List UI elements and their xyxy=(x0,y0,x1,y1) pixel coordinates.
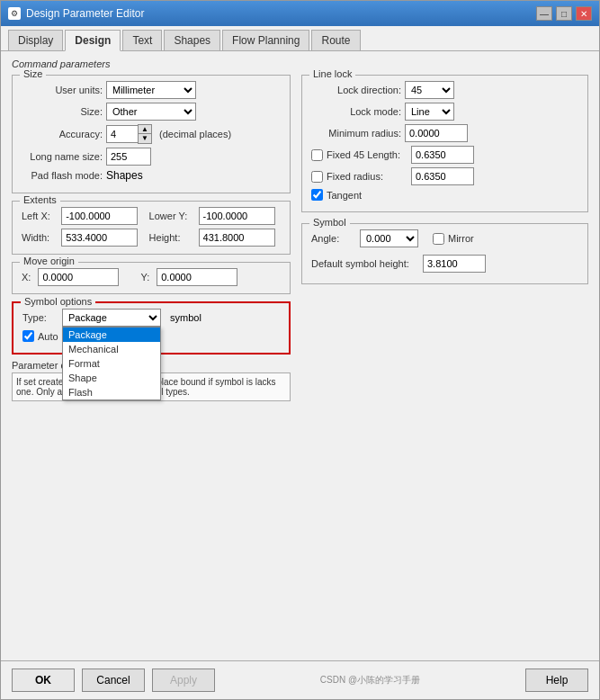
watermark: CSDN @小陈的学习手册 xyxy=(320,674,420,687)
height-label: Height: xyxy=(149,232,193,243)
min-radius-input[interactable] xyxy=(405,124,468,142)
fixed45-label: Fixed 45 Length: xyxy=(327,149,407,160)
main-window: ⚙ Design Parameter Editor — □ ✕ Display … xyxy=(0,0,600,700)
angle-select[interactable]: 0.000 xyxy=(360,229,418,247)
fixed-radius-label: Fixed radius: xyxy=(327,171,407,182)
mirror-checkbox[interactable] xyxy=(433,233,444,245)
lower-y-input[interactable] xyxy=(199,207,275,225)
main-layout: Size User units: Millimeter Size: Other xyxy=(12,75,588,401)
height-input[interactable] xyxy=(199,229,275,247)
accuracy-spin-buttons: ▲ ▼ xyxy=(138,124,152,144)
default-height-row: Default symbol height: xyxy=(311,255,578,273)
size-group-title: Size xyxy=(20,68,46,79)
lock-mode-select[interactable]: Line xyxy=(405,103,454,121)
footer: OK Cancel Apply CSDN @小陈的学习手册 Help xyxy=(1,660,599,699)
fixed45-checkbox[interactable] xyxy=(311,149,323,161)
lock-dir-row: Lock direction: 45 xyxy=(311,81,578,99)
title-controls: — □ ✕ xyxy=(536,6,592,21)
dropdown-item-shape[interactable]: Shape xyxy=(63,371,160,385)
accuracy-row: Accuracy: ▲ ▼ (decimal places) xyxy=(22,124,281,144)
pad-flash-value: Shapes xyxy=(106,169,143,182)
symbol-options-area: Symbol options Type: Shape Package Mecha… xyxy=(12,301,291,401)
line-lock-group: Line lock Lock direction: 45 Lock mode: … xyxy=(301,75,588,212)
auto-checkbox[interactable] xyxy=(22,330,34,342)
accuracy-down-button[interactable]: ▼ xyxy=(139,134,151,143)
tab-design[interactable]: Design xyxy=(65,30,121,51)
type-dropdown-container: Shape Package Mechanical Format Flash Pa… xyxy=(62,309,161,327)
accuracy-spinbox: ▲ ▼ xyxy=(106,124,152,144)
app-icon: ⚙ xyxy=(8,7,21,20)
default-height-label: Default symbol height: xyxy=(311,258,419,269)
y-label: Y: xyxy=(140,272,149,283)
fixed-radius-input[interactable] xyxy=(411,167,474,185)
y-input[interactable] xyxy=(157,268,237,286)
fixed45-input[interactable] xyxy=(411,146,474,164)
apply-button[interactable]: Apply xyxy=(152,669,215,692)
accuracy-input[interactable] xyxy=(106,125,138,143)
size-row: Size: Other xyxy=(22,103,281,121)
tab-display[interactable]: Display xyxy=(8,30,63,50)
footer-buttons-left: OK Cancel Apply xyxy=(12,669,215,692)
fixed-radius-row: Fixed radius: xyxy=(311,167,578,185)
user-units-label: User units: xyxy=(22,85,103,95)
tab-route[interactable]: Route xyxy=(311,30,360,50)
move-origin-row: X: Y: xyxy=(22,268,281,286)
dropdown-item-package[interactable]: Package xyxy=(63,328,160,342)
fixed-radius-checkbox[interactable] xyxy=(311,171,323,183)
tab-shapes[interactable]: Shapes xyxy=(164,30,220,50)
min-radius-label: Minimum radius: xyxy=(311,128,401,139)
close-button[interactable]: ✕ xyxy=(576,6,592,21)
user-units-select[interactable]: Millimeter xyxy=(106,81,196,99)
dropdown-item-mechanical[interactable]: Mechanical xyxy=(63,342,160,356)
min-radius-row: Minimum radius: xyxy=(311,124,578,142)
long-name-label: Long name size: xyxy=(22,151,103,162)
tab-flow-planning[interactable]: Flow Planning xyxy=(222,30,309,50)
title-bar: ⚙ Design Parameter Editor — □ ✕ xyxy=(1,1,599,26)
fixed45-row: Fixed 45 Length: xyxy=(311,146,578,164)
extents-grid: Left X: Lower Y: Width: Height: xyxy=(22,207,281,247)
size-group: Size User units: Millimeter Size: Other xyxy=(12,75,291,193)
dropdown-item-format[interactable]: Format xyxy=(63,356,160,371)
auto-label: Auto xyxy=(38,331,58,342)
tab-bar: Display Design Text Shapes Flow Planning… xyxy=(1,26,599,51)
pad-flash-label: Pad flash mode: xyxy=(22,170,103,181)
x-input[interactable] xyxy=(38,268,119,286)
symbol-label: symbol xyxy=(170,312,201,323)
symbol-group: Symbol Angle: 0.000 Mirror Default symbo… xyxy=(301,223,588,284)
ok-button[interactable]: OK xyxy=(12,669,75,692)
cancel-button[interactable]: Cancel xyxy=(82,669,145,692)
tab-text[interactable]: Text xyxy=(122,30,162,50)
symbol-options-title: Symbol options xyxy=(21,296,95,307)
extents-group-title: Extents xyxy=(20,194,60,205)
lock-dir-select[interactable]: 45 xyxy=(405,81,454,99)
move-origin-title: Move origin xyxy=(20,256,78,266)
size-label: Size: xyxy=(22,106,103,117)
left-x-input[interactable] xyxy=(61,207,138,225)
type-select[interactable]: Shape Package Mechanical Format Flash xyxy=(62,309,161,327)
minimize-button[interactable]: — xyxy=(536,6,552,21)
type-dropdown-open: Package Mechanical Format Shape Flash xyxy=(62,327,161,400)
help-button[interactable]: Help xyxy=(525,669,588,692)
width-input[interactable] xyxy=(61,229,138,247)
user-units-row: User units: Millimeter xyxy=(22,81,281,99)
content-area: Command parameters Size User units: Mill… xyxy=(1,51,599,660)
symbol-group-title: Symbol xyxy=(309,217,350,228)
lock-mode-row: Lock mode: Line xyxy=(311,103,578,121)
angle-row: Angle: 0.000 Mirror xyxy=(311,229,578,247)
size-select[interactable]: Other xyxy=(106,103,196,121)
dropdown-item-flash[interactable]: Flash xyxy=(63,385,160,399)
line-lock-title: Line lock xyxy=(309,68,355,79)
restore-button[interactable]: □ xyxy=(556,6,572,21)
tangent-label: Tangent xyxy=(327,190,362,201)
extents-group: Extents Left X: Lower Y: Width: Height: xyxy=(12,201,291,255)
type-label: Type: xyxy=(22,312,58,323)
accuracy-up-button[interactable]: ▲ xyxy=(139,125,151,134)
long-name-input[interactable] xyxy=(106,148,151,166)
mirror-label: Mirror xyxy=(448,233,474,244)
symbol-options-group: Symbol options Type: Shape Package Mecha… xyxy=(12,301,291,354)
x-label: X: xyxy=(22,272,31,283)
default-height-input[interactable] xyxy=(423,255,486,273)
move-origin-group: Move origin X: Y: xyxy=(12,262,291,294)
left-x-label: Left X: xyxy=(22,211,56,221)
tangent-checkbox[interactable] xyxy=(311,189,323,201)
